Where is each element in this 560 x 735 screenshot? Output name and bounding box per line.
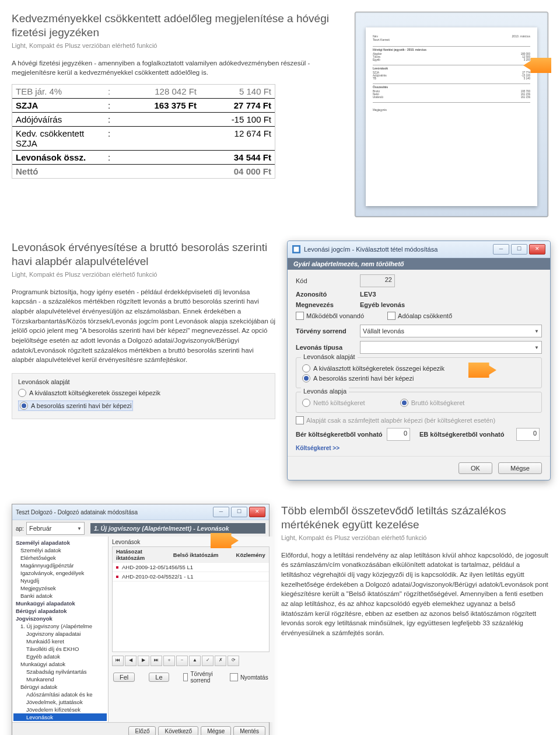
pay-row: Adójóváírás : -15 100 Ft xyxy=(12,113,275,127)
ber-input[interactable]: 0 xyxy=(387,428,410,441)
nav-next[interactable]: ▶ xyxy=(138,656,149,666)
tree-node[interactable]: Magánnyugdíjpénztár xyxy=(13,562,107,569)
radio-option-2[interactable]: A besorolás szerinti havi bér képezi xyxy=(18,400,133,411)
tree-node[interactable]: Egyéb adatok xyxy=(13,653,107,660)
megse-button[interactable]: Mégse xyxy=(201,726,231,735)
tipus-select[interactable]: ▼ xyxy=(360,341,542,354)
section-1-title: Kedvezményekkel csökkentett adóelőleg me… xyxy=(12,12,343,40)
radio-netto[interactable]: Nettó költségkeret xyxy=(302,399,365,407)
checkbox-icon xyxy=(296,312,304,320)
tree-node[interactable]: Adatkerhet nem viselő egy xyxy=(13,721,107,722)
nav-refresh[interactable]: ⟳ xyxy=(228,656,239,666)
month-label: ap: xyxy=(16,525,24,532)
levonasok-alapjat-group: Levonások alapját A kiválasztott költség… xyxy=(296,357,542,388)
eb-input[interactable]: 0 xyxy=(516,428,540,441)
list-item[interactable]: AHD-2010-02-04/5522/1 - L1 xyxy=(113,572,269,581)
minimize-button[interactable]: ─ xyxy=(493,244,509,255)
kod-label: Kód xyxy=(296,277,360,284)
tree-node[interactable]: Munkarend xyxy=(13,675,107,683)
nav-edit[interactable]: ▲ xyxy=(189,656,201,666)
tree-node[interactable]: Személyi adatok xyxy=(13,546,107,554)
tree-node[interactable]: Bérügyi alapadatok xyxy=(13,607,107,615)
bullet-icon xyxy=(116,566,118,569)
dialog-title: Levonási jogcím - Kiválasztott tétel mód… xyxy=(304,246,493,253)
tree-node[interactable]: Jövedelem kifizetések xyxy=(13,706,107,713)
nav-del[interactable]: － xyxy=(176,656,188,666)
tree-node[interactable]: Megjegyzések xyxy=(13,584,107,592)
kovetkezo-button[interactable]: Következő xyxy=(158,726,198,735)
month-select[interactable]: Február ▼ xyxy=(26,522,85,535)
torvenyi-checkbox[interactable]: Törvényi sorrend xyxy=(183,671,216,684)
maximize-button[interactable]: ☐ xyxy=(511,244,527,255)
radio-besorolas[interactable]: A besorolás szerinti havi bér képezi xyxy=(302,374,536,382)
mukodesbol-checkbox[interactable]: Működéből vonandó xyxy=(296,312,364,320)
tree-node[interactable]: Jövedelmek, juttatások xyxy=(13,698,107,706)
dialog-titlebar: Levonási jogcím - Kiválasztott tétel mód… xyxy=(288,241,550,258)
koltsegkeret-link[interactable]: Költségkeret >> xyxy=(296,445,340,451)
tree-node[interactable]: Igazolványok, engedélyek xyxy=(13,569,107,577)
nav-tree[interactable]: Személyi alapadatokSzemélyi adatokElérhe… xyxy=(12,537,108,722)
tree-node[interactable]: Bérügyi adatok xyxy=(13,683,107,691)
section-3: Teszt Dolgozó - Dolgozó adatainak módosí… xyxy=(12,504,548,735)
radio-icon xyxy=(302,399,310,407)
bullet-icon xyxy=(116,576,118,578)
cancel-button[interactable]: Mégse xyxy=(498,462,542,474)
nav-add[interactable]: ＋ xyxy=(163,656,175,666)
section-2: Levonások érvényesítése a bruttó besorol… xyxy=(12,241,548,480)
tree-node[interactable]: Banki adatok xyxy=(13,592,107,600)
tree-node[interactable]: 1. Új jogviszony (Alapértelme xyxy=(13,622,107,630)
nyomtatas-checkbox[interactable]: Nyomtatás xyxy=(230,673,268,681)
elozo-button[interactable]: Előző xyxy=(128,726,156,735)
levonasok-crop: Levonások alapját A kiválasztott költség… xyxy=(12,373,275,419)
tree-node[interactable]: Távolléti díj és EKHO xyxy=(13,645,107,653)
section-1-subtitle: Light, Kompakt és Plusz verzióban elérhe… xyxy=(12,42,343,49)
pay-table: TEB jár. 4% : 128 042 Ft 5 140 Ft SZJA :… xyxy=(12,84,275,179)
nav-prev[interactable]: ◀ xyxy=(125,656,136,666)
radio-brutto[interactable]: Bruttó költségkeret xyxy=(400,399,465,407)
sorrend-select[interactable]: Vállalt levonás ▼ xyxy=(360,325,542,337)
checkbox-icon xyxy=(183,673,188,681)
close-button[interactable]: ✕ xyxy=(529,244,545,255)
section-3-subtitle: Light, Kompakt és Plusz verzióban elérhe… xyxy=(281,534,548,541)
minimize-button[interactable]: ─ xyxy=(213,507,229,517)
megn-value: Egyéb levonás xyxy=(360,301,405,308)
list-item[interactable]: AHD-2009-12-05/1456/55 L1 xyxy=(113,563,269,572)
levonas-alapja-group: Levonás alapja Nettó költségkeret Bruttó… xyxy=(296,392,542,413)
tree-node[interactable]: Munkaügyi alapadatok xyxy=(13,600,107,607)
chevron-down-icon: ▼ xyxy=(534,329,539,334)
fel-button[interactable]: Fel xyxy=(113,673,135,682)
list-header: Hatásozat iktatószám Belső iktatószám Kö… xyxy=(113,547,269,563)
section-2-subtitle: Light, Kompakt és Plusz verzióban elérhe… xyxy=(12,271,275,278)
section-3-title: Több elemből összetevődő letiltás százal… xyxy=(281,504,548,532)
tree-node[interactable]: Elérhetőségek xyxy=(13,554,107,562)
notice-bar: Gyári alapértelmezés, nem törölhető xyxy=(288,258,550,270)
tree-node[interactable]: Levonások xyxy=(13,713,107,721)
nav-cancel[interactable]: ✗ xyxy=(215,656,226,666)
maximize-button[interactable]: ☐ xyxy=(231,507,247,517)
chevron-down-icon: ▼ xyxy=(77,526,82,531)
pay-row: TEB jár. 4% : 128 042 Ft 5 140 Ft xyxy=(12,85,275,99)
tree-node[interactable]: Munkaidő keret xyxy=(13,638,107,645)
alapjat-checkbox[interactable]: Alapját csak a számfejtett alapbér képez… xyxy=(296,416,542,424)
radio-option-1[interactable]: A kiválasztott költségkeretek összegei k… xyxy=(18,389,269,397)
nav-last[interactable]: ⏭ xyxy=(150,656,162,666)
tree-node[interactable]: Személyi alapadatok xyxy=(13,539,107,546)
tree-node[interactable]: Munkaügyi adatok xyxy=(13,660,107,668)
mentes-button[interactable]: Mentés xyxy=(233,726,265,735)
record-nav: ⏮ ◀ ▶ ⏭ ＋ － ▲ ✓ ✗ ⟳ xyxy=(108,653,273,668)
tree-node[interactable]: Jogviszony alapadatai xyxy=(13,630,107,638)
tree-node[interactable]: Jogviszonyok xyxy=(13,615,107,622)
tree-node[interactable]: Adószámítási adatok és ke xyxy=(13,691,107,698)
nav-first[interactable]: ⏮ xyxy=(112,656,124,666)
adoalap-checkbox[interactable]: Adóalap csökkentő xyxy=(387,312,452,320)
payslip-preview: NévTeszt Kerzett2010. március Hóvégi fiz… xyxy=(355,12,548,217)
radio-kivalasztott[interactable]: A kiválasztott költségkeretek összegei k… xyxy=(302,364,536,372)
nav-save[interactable]: ✓ xyxy=(202,656,214,666)
close-button[interactable]: ✕ xyxy=(249,507,265,517)
tipus-label: Levonás típusa xyxy=(296,344,360,351)
ok-button[interactable]: OK xyxy=(459,462,492,474)
chevron-down-icon: ▼ xyxy=(534,345,539,350)
tree-node[interactable]: Nyugdíj xyxy=(13,577,107,584)
tree-node[interactable]: Szabadság nyilvántartás xyxy=(13,668,107,675)
le-button[interactable]: Le xyxy=(149,673,169,682)
